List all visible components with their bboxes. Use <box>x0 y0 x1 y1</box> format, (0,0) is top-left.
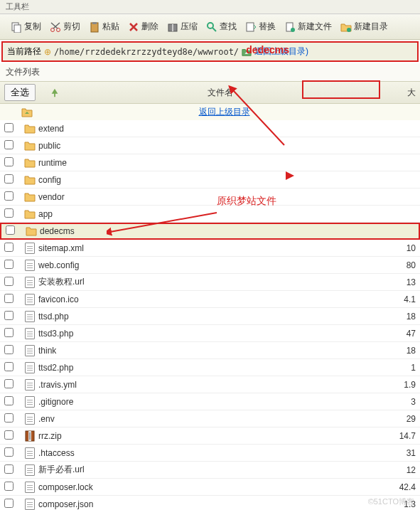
watermark: ©51CTO博客 <box>368 496 414 507</box>
file-name[interactable]: .gitignore <box>38 397 380 407</box>
file-name[interactable]: extend <box>38 124 380 134</box>
row-checkbox[interactable] <box>4 328 14 337</box>
scissors-icon <box>50 21 61 33</box>
row-checkbox[interactable] <box>4 243 14 252</box>
newfile-button[interactable]: 新建文件 <box>281 18 335 35</box>
file-row[interactable]: extend <box>0 120 420 137</box>
file-name[interactable]: vendor <box>38 192 380 202</box>
row-checkbox[interactable] <box>4 140 14 149</box>
row-checkbox[interactable] <box>4 379 14 388</box>
compress-button[interactable]: 压缩 <box>163 18 201 35</box>
delete-button[interactable]: 删除 <box>124 18 162 35</box>
file-name[interactable]: rrz.zip <box>38 431 380 441</box>
file-row[interactable]: think18 <box>0 342 420 359</box>
file-row[interactable]: config <box>0 171 420 188</box>
file-name[interactable]: dedecms <box>40 226 379 236</box>
col-size-header[interactable]: 大 <box>380 87 416 99</box>
file-row[interactable]: web.config80 <box>0 257 420 274</box>
file-row[interactable]: .htaccess31 <box>0 445 420 462</box>
file-row[interactable]: ttsd.php18 <box>0 308 420 325</box>
file-row[interactable]: 新手必看.url12 <box>0 462 420 479</box>
file-row[interactable]: .travis.yml1.9 <box>0 376 420 393</box>
file-name[interactable]: web.config <box>38 260 380 270</box>
file-icon <box>21 379 38 391</box>
zip-icon <box>21 430 38 442</box>
file-row[interactable]: rrz.zip14.7 <box>0 427 420 445</box>
row-checkbox[interactable] <box>4 499 14 508</box>
file-icon <box>21 345 38 356</box>
newfile-icon <box>284 21 296 33</box>
file-row[interactable]: vendor <box>0 188 420 206</box>
file-size: 47 <box>380 329 416 339</box>
file-name[interactable]: app <box>38 209 380 219</box>
parent-dir-link[interactable]: 返回上级目录 <box>199 106 250 118</box>
file-list: 原织梦站文件 extendpublicruntimeconfigvendorap… <box>0 120 420 510</box>
row-checkbox[interactable] <box>4 208 14 218</box>
row-checkbox[interactable] <box>6 225 15 235</box>
file-name[interactable]: ttsd2.php <box>38 363 380 373</box>
file-name[interactable]: composer.lock <box>38 482 380 492</box>
file-row[interactable]: runtime <box>0 154 420 171</box>
file-name[interactable]: .htaccess <box>38 448 380 458</box>
file-name[interactable]: 安装教程.url <box>38 276 380 288</box>
row-checkbox[interactable] <box>4 277 14 286</box>
header-row: 全选 文件名 大 <box>0 81 420 104</box>
file-name[interactable]: runtime <box>38 158 380 168</box>
row-checkbox[interactable] <box>4 174 14 184</box>
svg-rect-9 <box>247 23 254 31</box>
row-checkbox[interactable] <box>4 123 14 132</box>
row-checkbox[interactable] <box>4 345 14 354</box>
row-checkbox[interactable] <box>4 362 14 371</box>
file-size: 1.9 <box>380 380 416 390</box>
file-name[interactable]: favicon.ico <box>38 294 380 304</box>
file-name[interactable]: ttsd3.php <box>38 329 380 339</box>
file-name[interactable]: public <box>38 141 380 151</box>
file-icon <box>21 482 38 493</box>
file-name[interactable]: think <box>38 346 380 356</box>
file-row[interactable]: 安装教程.url13 <box>0 274 420 291</box>
row-checkbox[interactable] <box>4 447 14 457</box>
file-name[interactable]: ttsd.php <box>38 312 380 322</box>
file-row[interactable]: ttsd3.php47 <box>0 325 420 342</box>
file-row[interactable]: .gitignore3 <box>0 393 420 410</box>
file-name[interactable]: sitemap.xml <box>38 243 380 253</box>
file-size: 13 <box>380 277 416 287</box>
red-annotation-box <box>302 80 380 99</box>
file-row[interactable]: composer.json1.3 <box>0 496 420 510</box>
row-checkbox[interactable] <box>4 430 14 440</box>
file-name[interactable]: .travis.yml <box>38 380 380 390</box>
row-checkbox[interactable] <box>4 191 14 201</box>
file-row[interactable]: favicon.ico4.1 <box>0 291 420 308</box>
file-name[interactable]: .env <box>38 414 380 424</box>
file-row[interactable]: ttsd2.php1 <box>0 359 420 376</box>
row-checkbox[interactable] <box>4 157 14 166</box>
select-all-button[interactable]: 全选 <box>4 84 36 101</box>
file-row[interactable]: sitemap.xml10 <box>0 240 420 257</box>
row-checkbox[interactable] <box>4 294 14 303</box>
file-size: 4.1 <box>380 294 416 304</box>
file-name[interactable]: config <box>38 175 380 185</box>
row-checkbox[interactable] <box>4 413 14 423</box>
newdir-button[interactable]: 新建目录 <box>337 18 392 35</box>
file-row[interactable]: composer.lock42.4 <box>0 479 420 496</box>
file-size: 31 <box>380 448 416 458</box>
file-row[interactable]: public <box>0 137 420 154</box>
copy-icon <box>11 21 22 33</box>
file-name[interactable]: 新手必看.url <box>38 464 380 476</box>
copy-button[interactable]: 复制 <box>7 18 45 35</box>
replace-button[interactable]: 替换 <box>242 18 279 35</box>
file-row[interactable]: dedecms <box>0 223 420 240</box>
cut-button[interactable]: 剪切 <box>46 18 84 35</box>
up-arrow-icon[interactable] <box>50 87 60 97</box>
row-checkbox[interactable] <box>4 260 14 269</box>
row-checkbox[interactable] <box>4 464 14 474</box>
row-checkbox[interactable] <box>4 396 14 405</box>
file-name[interactable]: composer.json <box>38 499 380 509</box>
file-row[interactable]: app <box>0 206 420 223</box>
search-button[interactable]: 查找 <box>203 18 240 35</box>
row-checkbox[interactable] <box>4 311 14 320</box>
file-row[interactable]: .env29 <box>0 410 420 427</box>
paste-button[interactable]: 粘贴 <box>85 18 123 35</box>
file-icon <box>21 294 38 305</box>
row-checkbox[interactable] <box>4 482 14 491</box>
